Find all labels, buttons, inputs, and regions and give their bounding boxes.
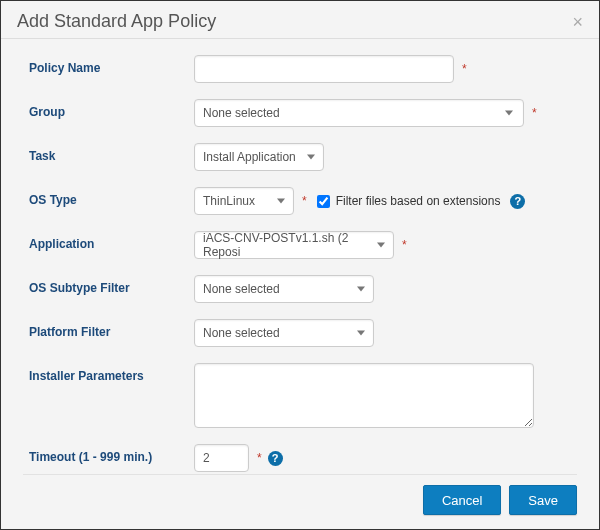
label-application: Application [29,231,194,251]
os-type-selected-value: ThinLinux [203,194,255,208]
label-platform-filter: Platform Filter [29,319,194,339]
row-task: Task Install Application [29,143,577,171]
label-os-type: OS Type [29,187,194,207]
application-selected-value: iACS-CNV-POSTv1.1.sh (2 Reposi [203,231,369,259]
required-indicator: * [302,194,307,208]
os-subtype-filter-select[interactable]: None selected [194,275,374,303]
label-os-subtype-filter: OS Subtype Filter [29,275,194,295]
required-indicator: * [257,451,262,465]
chevron-down-icon [357,331,365,336]
label-task: Task [29,143,194,163]
row-os-type: OS Type ThinLinux * Filter files based o… [29,187,577,215]
help-icon[interactable]: ? [268,451,283,466]
modal-body: Policy Name * Group None selected * Task [1,39,599,472]
os-type-select[interactable]: ThinLinux [194,187,294,215]
group-select[interactable]: None selected [194,99,524,127]
application-select[interactable]: iACS-CNV-POSTv1.1.sh (2 Reposi [194,231,394,259]
modal-title: Add Standard App Policy [17,11,216,32]
required-indicator: * [532,106,537,120]
policy-name-input[interactable] [194,55,454,83]
task-select[interactable]: Install Application [194,143,324,171]
row-policy-name: Policy Name * [29,55,577,83]
save-button[interactable]: Save [509,485,577,515]
row-installer-parameters: Installer Parameters [29,363,577,428]
cancel-button[interactable]: Cancel [423,485,501,515]
row-os-subtype-filter: OS Subtype Filter None selected [29,275,577,303]
add-standard-app-policy-modal: Add Standard App Policy × Policy Name * … [0,0,600,530]
row-platform-filter: Platform Filter None selected [29,319,577,347]
timeout-input[interactable] [194,444,249,472]
label-group: Group [29,99,194,119]
chevron-down-icon [505,111,513,116]
label-installer-parameters: Installer Parameters [29,363,194,383]
close-icon[interactable]: × [572,13,583,31]
chevron-down-icon [307,155,315,160]
chevron-down-icon [377,243,385,248]
os-subtype-filter-selected-value: None selected [203,282,280,296]
installer-parameters-textarea[interactable] [194,363,534,428]
help-icon[interactable]: ? [510,194,525,209]
modal-header: Add Standard App Policy × [1,1,599,39]
task-selected-value: Install Application [203,150,296,164]
required-indicator: * [402,238,407,252]
filter-files-label: Filter files based on extensions [336,194,501,208]
label-policy-name: Policy Name [29,55,194,75]
row-timeout: Timeout (1 - 999 min.) * ? [29,444,577,472]
platform-filter-selected-value: None selected [203,326,280,340]
platform-filter-select[interactable]: None selected [194,319,374,347]
chevron-down-icon [357,287,365,292]
filter-files-checkbox[interactable] [317,195,330,208]
modal-footer: Cancel Save [1,475,599,529]
row-application: Application iACS-CNV-POSTv1.1.sh (2 Repo… [29,231,577,259]
row-group: Group None selected * [29,99,577,127]
label-timeout: Timeout (1 - 999 min.) [29,444,194,464]
group-selected-value: None selected [203,106,280,120]
required-indicator: * [462,62,467,76]
chevron-down-icon [277,199,285,204]
